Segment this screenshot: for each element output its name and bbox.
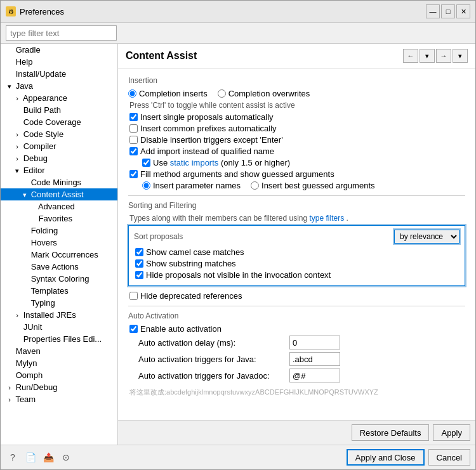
tree-item-templates[interactable]: Templates <box>1 285 117 297</box>
tree-item-install-update[interactable]: Install/Update <box>1 68 117 80</box>
checkbox-fill-method-args-label: Fill method arguments and show guessed a… <box>140 169 334 179</box>
cancel-button[interactable]: Cancel <box>428 449 470 466</box>
main-area: Gradle Help Install/Update ▾ Java › Appe… <box>1 44 475 445</box>
tree-item-oomph[interactable]: Oomph <box>1 369 117 381</box>
field-row-delay: Auto activation delay (ms): <box>128 336 465 349</box>
type-filters-hint: Types along with their members can be fi… <box>128 214 465 223</box>
maximize-button[interactable]: □ <box>441 4 455 18</box>
tree-item-typing[interactable]: Typing <box>1 297 117 309</box>
completion-hint: Press 'Ctrl' to toggle while content ass… <box>128 101 465 110</box>
checkbox-hide-not-visible-input[interactable] <box>135 271 143 279</box>
nav-back-button[interactable]: ← <box>403 49 418 63</box>
checkbox-fill-method-args: Fill method arguments and show guessed a… <box>128 169 465 179</box>
tree-item-syntax-coloring[interactable]: Syntax Coloring <box>1 273 117 285</box>
java-triggers-input[interactable] <box>289 352 340 366</box>
auto-activation-section-label: Auto Activation <box>128 311 465 320</box>
filter-toolbar <box>1 23 475 44</box>
tree-item-installed-jres[interactable]: › Installed JREs <box>1 309 117 321</box>
type-filters-link[interactable]: type filters <box>310 214 345 223</box>
checkbox-camel-case-input[interactable] <box>135 248 143 256</box>
checkbox-add-import-input[interactable] <box>129 147 138 155</box>
nav-forward-button[interactable]: → <box>436 49 451 63</box>
export-icon[interactable]: 📤 <box>41 450 55 464</box>
checkbox-common-prefixes-label: Insert common prefixes automatically <box>140 124 277 133</box>
tree-item-junit[interactable]: JUnit <box>1 321 117 333</box>
tree-item-favorites[interactable]: Favorites <box>1 212 117 225</box>
title-bar-left: ⚙ Preferences <box>6 6 64 16</box>
insert-param-names-radio[interactable]: Insert parameter names <box>142 181 241 190</box>
checkbox-static-imports-input[interactable] <box>142 159 150 167</box>
nav-forward-dropdown[interactable]: ▾ <box>453 49 468 63</box>
tree-item-properties-files-editor[interactable]: Properties Files Edi... <box>1 333 117 345</box>
separator-2 <box>128 306 465 306</box>
insertion-section-label: Insertion <box>128 76 465 85</box>
tree-item-code-coverage[interactable]: Code Coverage <box>1 116 117 128</box>
tree-item-mark-occurrences[interactable]: Mark Occurrences <box>1 249 117 261</box>
tree-item-run-debug[interactable]: › Run/Debug <box>1 381 117 393</box>
tree-item-java[interactable]: ▾ Java <box>1 80 117 92</box>
tree-item-hovers[interactable]: Hovers <box>1 237 117 249</box>
info-icon[interactable]: ⊙ <box>59 450 73 464</box>
dialog-buttons: Apply and Close Cancel <box>347 449 470 466</box>
delay-label: Auto activation delay (ms): <box>138 338 284 348</box>
tree-item-code-minings[interactable]: Code Minings <box>1 176 117 188</box>
restore-defaults-button[interactable]: Restore Defaults <box>352 424 430 441</box>
tree-item-build-path[interactable]: Build Path <box>1 104 117 116</box>
sort-proposals-select[interactable]: by relevance alphabetically <box>394 230 459 244</box>
tree-item-appearance[interactable]: › Appearance <box>1 92 117 104</box>
checkbox-single-proposals-input[interactable] <box>129 113 138 121</box>
static-imports-link[interactable]: static imports <box>170 158 219 167</box>
minimize-button[interactable]: — <box>426 4 440 18</box>
checkbox-enable-auto-activation-input[interactable] <box>129 325 138 333</box>
tree-item-editor[interactable]: ▾ Editor <box>1 164 117 176</box>
sort-proposals-label: Sort proposals <box>134 232 389 241</box>
checkbox-static-imports-label: Use static imports (only 1.5 or higher) <box>153 158 290 167</box>
delay-input[interactable] <box>289 336 340 349</box>
tree-item-team[interactable]: › Team <box>1 393 117 405</box>
checkbox-disable-triggers: Disable insertion triggers except 'Enter… <box>128 135 465 145</box>
completion-inserts-radio[interactable]: Completion inserts <box>128 89 208 98</box>
completion-overwrites-radio[interactable]: Completion overwrites <box>218 89 310 98</box>
watermark-hint: 将这里改成:abcdefghijklmnopqrstuvwxyzABCDEFGH… <box>128 388 465 397</box>
tree-item-folding[interactable]: Folding <box>1 225 117 237</box>
tree-item-gradle[interactable]: Gradle <box>1 44 117 56</box>
tree-item-save-actions[interactable]: Save Actions <box>1 261 117 273</box>
page-title: Content Assist <box>126 50 197 62</box>
checkbox-substring: Show substring matches <box>134 259 459 268</box>
file-icon[interactable]: 📄 <box>23 450 37 464</box>
checkbox-hide-not-visible-label: Hide proposals not visible in the invoca… <box>146 270 331 280</box>
close-button[interactable]: ✕ <box>456 4 470 18</box>
checkbox-single-proposals: Insert single proposals automatically <box>128 112 465 122</box>
sort-proposals-row: Sort proposals by relevance alphabetical… <box>134 230 459 244</box>
checkbox-hide-deprecated-input[interactable] <box>129 292 138 300</box>
checkbox-disable-triggers-input[interactable] <box>129 136 138 144</box>
nav-back-dropdown[interactable]: ▾ <box>420 49 435 63</box>
checkbox-common-prefixes: Insert common prefixes automatically <box>128 124 465 133</box>
apply-button[interactable]: Apply <box>433 424 470 441</box>
help-icon[interactable]: ? <box>6 450 20 464</box>
insert-best-guessed-radio[interactable]: Insert best guessed arguments <box>251 181 375 190</box>
checkbox-hide-not-visible: Hide proposals not visible in the invoca… <box>134 270 459 280</box>
tree-item-maven[interactable]: Maven <box>1 345 117 357</box>
checkbox-static-imports: Use static imports (only 1.5 or higher) <box>128 158 465 167</box>
tree-item-mylyn[interactable]: Mylyn <box>1 357 117 369</box>
checkbox-common-prefixes-input[interactable] <box>129 124 138 133</box>
tree-item-code-style[interactable]: › Code Style <box>1 128 117 140</box>
tree-item-compiler[interactable]: › Compiler <box>1 140 117 152</box>
javadoc-triggers-label: Auto activation triggers for Javadoc: <box>138 371 284 381</box>
apply-and-close-button[interactable]: Apply and Close <box>347 449 425 466</box>
bottom-icon-group: ? 📄 📤 ⊙ <box>6 450 73 464</box>
tree-item-debug[interactable]: › Debug <box>1 152 117 164</box>
checkbox-fill-method-args-input[interactable] <box>129 170 138 178</box>
window-title: Preferences <box>20 7 64 16</box>
separator-1 <box>128 195 465 196</box>
tree-item-help[interactable]: Help <box>1 56 117 68</box>
javadoc-triggers-input[interactable] <box>289 369 340 382</box>
completion-mode-row: Completion inserts Completion overwrites <box>128 89 465 98</box>
tree-item-advanced[interactable]: Advanced <box>1 200 117 212</box>
filter-input[interactable] <box>6 25 117 41</box>
title-bar: ⚙ Preferences — □ ✕ <box>1 1 475 23</box>
checkbox-hide-deprecated-label: Hide deprecated references <box>140 291 242 301</box>
checkbox-substring-input[interactable] <box>135 259 143 268</box>
tree-item-content-assist[interactable]: ▾ Content Assist <box>1 188 117 200</box>
